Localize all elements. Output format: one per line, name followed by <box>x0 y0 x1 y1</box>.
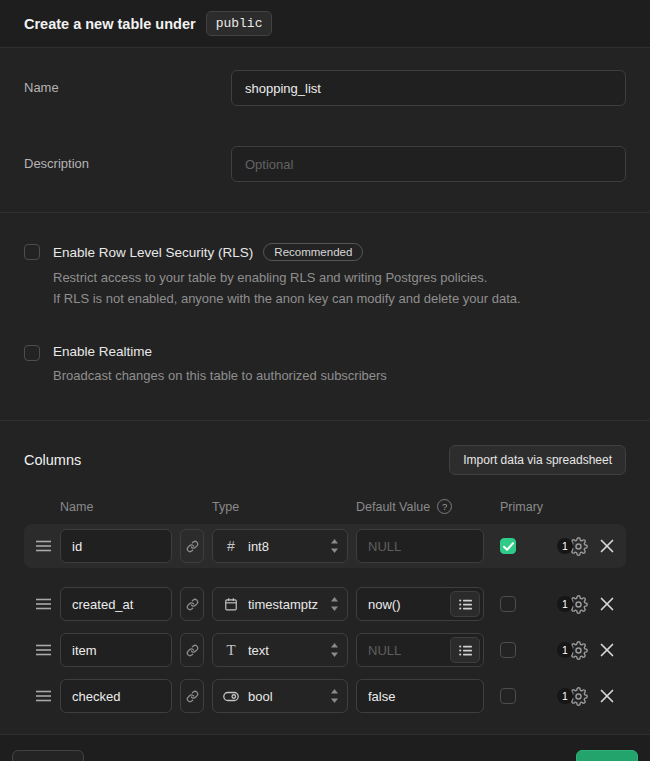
columns-header-row: Name Type Default Value ? Primary <box>24 499 626 514</box>
column-type-select[interactable]: timestamptz <box>212 587 348 621</box>
import-spreadsheet-button[interactable]: Import data via spreadsheet <box>449 445 626 475</box>
suggestions-list-icon[interactable] <box>450 591 480 617</box>
description-label: Description <box>24 146 231 171</box>
header-default-value: Default Value <box>356 500 430 514</box>
drag-handle-icon[interactable] <box>36 598 52 610</box>
remove-column-icon[interactable] <box>600 643 614 657</box>
create-table-panel: Create a new table under public Name Des… <box>0 0 650 761</box>
rls-block: Enable Row Level Security (RLS) Recommen… <box>24 243 626 310</box>
column-settings-button[interactable]: 1 <box>557 641 588 660</box>
realtime-description: Broadcast changes on this table to autho… <box>53 366 387 387</box>
column-settings-button[interactable]: 1 <box>557 595 588 614</box>
drag-handle-icon[interactable] <box>36 540 52 552</box>
realtime-label: Enable Realtime <box>53 344 152 359</box>
rls-checkbox[interactable] <box>24 244 40 260</box>
foreign-key-link-icon[interactable] <box>180 633 204 667</box>
remove-column-icon[interactable] <box>600 597 614 611</box>
column-name-input[interactable] <box>60 587 172 621</box>
primary-checkbox[interactable] <box>500 688 516 704</box>
column-type-select[interactable]: # int8 <box>212 529 348 563</box>
default-value-input[interactable] <box>356 679 484 713</box>
options-section: Enable Row Level Security (RLS) Recommen… <box>0 213 650 421</box>
realtime-checkbox[interactable] <box>24 345 40 361</box>
chevron-updown-icon <box>330 539 339 553</box>
foreign-key-link-icon[interactable] <box>180 587 204 621</box>
chevron-updown-icon <box>330 597 339 611</box>
foreign-key-link-icon[interactable] <box>180 679 204 713</box>
primary-checkbox[interactable] <box>500 642 516 658</box>
column-name-input[interactable] <box>60 529 172 563</box>
recommended-badge: Recommended <box>263 243 363 261</box>
foreign-key-link-icon[interactable] <box>180 529 204 563</box>
columns-title: Columns <box>24 452 81 468</box>
column-row: # int8 1 <box>24 524 626 568</box>
description-row: Description <box>24 146 626 182</box>
header-primary: Primary <box>492 500 548 514</box>
primary-checkbox[interactable] <box>500 538 516 554</box>
column-settings-button[interactable]: 1 <box>557 687 588 706</box>
save-button[interactable]: Save <box>576 750 638 761</box>
remove-column-icon[interactable] <box>600 539 614 553</box>
column-name-input[interactable] <box>60 633 172 667</box>
question-icon[interactable]: ? <box>437 499 452 514</box>
column-name-input[interactable] <box>60 679 172 713</box>
header-type: Type <box>212 500 348 514</box>
chevron-updown-icon <box>330 643 339 657</box>
table-name-input[interactable] <box>231 70 626 106</box>
panel-footer: Cancel Save <box>0 734 650 761</box>
column-settings-button[interactable]: 1 <box>557 537 588 556</box>
columns-section: Columns Import data via spreadsheet Name… <box>0 421 650 734</box>
name-row: Name <box>24 70 626 106</box>
cancel-button[interactable]: Cancel <box>12 750 84 761</box>
table-info-section: Name Description <box>0 48 650 213</box>
rls-description: Restrict access to your table by enablin… <box>53 268 521 310</box>
name-label: Name <box>24 70 231 95</box>
chevron-updown-icon <box>330 689 339 703</box>
toggle-icon <box>223 691 239 702</box>
column-type-select[interactable]: bool <box>212 679 348 713</box>
drag-handle-icon[interactable] <box>36 690 52 702</box>
schema-badge: public <box>206 11 273 36</box>
column-type-select[interactable]: T text <box>212 633 348 667</box>
drag-handle-icon[interactable] <box>36 644 52 656</box>
remove-column-icon[interactable] <box>600 689 614 703</box>
panel-header: Create a new table under public <box>0 0 650 48</box>
text-icon: T <box>223 642 239 659</box>
header-name: Name <box>60 500 172 514</box>
primary-checkbox[interactable] <box>500 596 516 612</box>
rls-label: Enable Row Level Security (RLS) <box>53 245 253 260</box>
column-row: bool 1 <box>24 674 626 718</box>
column-rows: # int8 1 <box>24 524 626 718</box>
column-row: timestamptz 1 <box>24 582 626 626</box>
realtime-block: Enable Realtime Broadcast changes on thi… <box>24 344 626 387</box>
calendar-icon <box>223 597 239 611</box>
panel-title: Create a new table under <box>24 16 196 32</box>
default-value-input[interactable] <box>356 529 484 563</box>
column-row: T text 1 <box>24 628 626 672</box>
table-description-input[interactable] <box>231 146 626 182</box>
hash-icon: # <box>223 538 239 554</box>
suggestions-list-icon[interactable] <box>450 637 480 663</box>
